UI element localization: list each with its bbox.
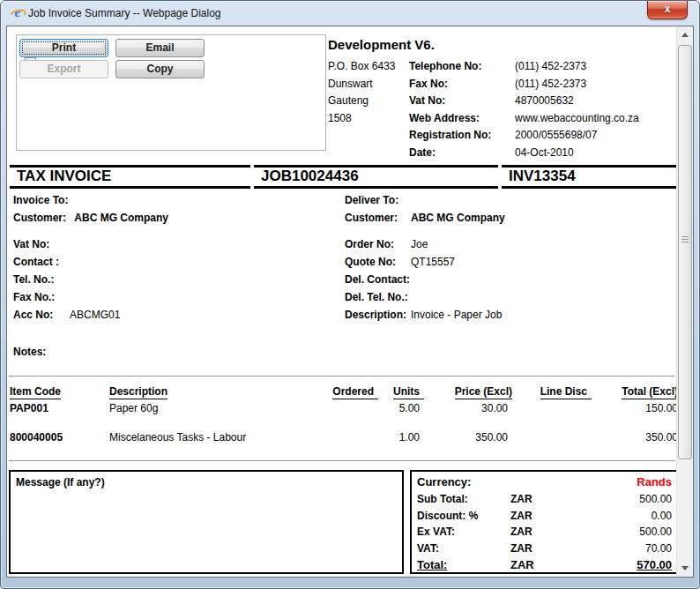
totals-summary-box: Currency: Rands Sub Total: ZAR 500.00 Di…	[410, 470, 676, 574]
ex-vat-row: Ex VAT: ZAR 500.00	[417, 524, 672, 541]
print-button[interactable]: Print	[19, 39, 108, 57]
price-excl-cell: 350.00	[442, 431, 508, 444]
divider	[9, 376, 675, 377]
del-contact-label: Del. Contact:	[345, 273, 410, 286]
email-button[interactable]: Email	[115, 39, 205, 57]
acc-no-value: ABCMG01	[70, 309, 120, 321]
tel-no-label: Tel. No.:	[13, 273, 54, 286]
total-excl-cell: 350.00	[599, 431, 676, 444]
units-cell: 5.00	[374, 402, 420, 414]
subtotal-row: Sub Total: ZAR 500.00	[417, 491, 672, 508]
scrollbar-thumb[interactable]	[678, 45, 692, 459]
invoice-to-title: Invoice To:	[13, 194, 68, 206]
contact-label: Contact :	[13, 256, 59, 268]
address-line: P.O. Box 6433	[328, 58, 396, 76]
vertical-scrollbar[interactable]	[676, 26, 693, 577]
field-value: 4870005632	[515, 93, 639, 110]
col-header-line-disc: Line Disc	[521, 385, 592, 399]
col-header-total-excl: Total (Excl)	[599, 385, 676, 399]
discount-row: Discount: % ZAR 0.00	[417, 508, 672, 525]
description-cell: Paper 60g	[109, 402, 158, 414]
del-tel-no-label: Del. Tel. No.:	[345, 291, 408, 303]
thumb-grip-icon	[681, 236, 689, 244]
col-header-ordered: Ordered	[312, 385, 378, 399]
dialog-client-area: Print Email Export Copy Development V6. …	[6, 26, 694, 578]
currency-value: Rands	[599, 474, 672, 491]
company-detail-labels: Telephone No: Fax No: Vat No: Web Addres…	[409, 58, 491, 161]
field-label: Vat No:	[409, 93, 491, 110]
total-row: Total: ZAR 570.00	[417, 557, 672, 574]
chevron-up-icon	[681, 33, 689, 37]
job-number-header: JOB10024436	[254, 165, 498, 189]
export-button[interactable]: Export	[19, 60, 108, 78]
field-value: 2000/0555698/07	[515, 127, 639, 145]
divider	[9, 460, 675, 461]
description-label: Description:	[345, 309, 406, 321]
chevron-down-icon	[681, 566, 689, 570]
customer-value: ABC MG Company	[411, 212, 505, 224]
company-detail-values: (011) 452-2373 (011) 452-2373 4870005632…	[515, 58, 639, 161]
internet-explorer-icon: e	[10, 4, 26, 20]
order-no-value: Joe	[411, 238, 428, 250]
currency-row: Currency: Rands	[417, 474, 672, 491]
field-value: (011) 452-2373	[515, 58, 639, 76]
company-address: P.O. Box 6433 Dunswart Gauteng 1508	[328, 58, 396, 127]
price-excl-cell: 30.00	[442, 402, 508, 414]
quote-no-label: Quote No:	[345, 256, 396, 268]
col-header-item-code: Item Code	[10, 385, 61, 399]
deliver-to-title: Deliver To:	[345, 194, 398, 206]
item-code-cell: 800040005	[10, 431, 63, 444]
invoice-page: Print Email Export Copy Development V6. …	[7, 26, 676, 577]
col-header-description: Description	[109, 385, 168, 399]
field-value: (011) 452-2373	[515, 76, 639, 93]
col-header-price-excl: Price (Excl)	[442, 385, 512, 399]
field-label: Telephone No:	[409, 58, 491, 76]
close-icon: x	[665, 3, 671, 15]
vat-row: VAT: ZAR 70.00	[417, 541, 672, 557]
units-cell: 1.00	[374, 431, 420, 444]
customer-label: Customer:	[345, 212, 398, 224]
close-button[interactable]: x	[647, 1, 688, 19]
field-value: 04-Oct-2010	[515, 145, 639, 162]
copy-button[interactable]: Copy	[115, 60, 205, 78]
customer-label: Customer:	[13, 212, 66, 224]
message-label: Message (If any?)	[16, 476, 105, 488]
message-box: Message (If any?)	[9, 470, 404, 574]
field-label: Fax No:	[409, 76, 491, 93]
field-label: Web Address:	[409, 110, 491, 128]
order-no-label: Order No:	[345, 238, 394, 250]
acc-no-label: Acc No:	[13, 309, 53, 321]
notes-label: Notes:	[13, 346, 46, 358]
scroll-down-button[interactable]	[678, 561, 693, 576]
vat-no-label: Vat No:	[13, 238, 49, 250]
description-cell: Miscelaneous Tasks - Labour	[109, 431, 246, 444]
invoice-number-header: INV13354	[502, 165, 676, 189]
total-excl-cell: 150.00	[599, 402, 676, 414]
scroll-up-button[interactable]	[678, 27, 693, 42]
quote-no-value: QT15557	[411, 256, 455, 268]
document-type-header: TAX INVOICE	[10, 165, 250, 189]
title-bar[interactable]: e Job Invoice Summary -- Webpage Dialog …	[1, 1, 699, 26]
address-line: 1508	[328, 110, 396, 128]
description-value: Invoice - Paper Job	[411, 309, 502, 321]
currency-label: Currency:	[417, 474, 510, 491]
address-line: Gauteng	[328, 93, 396, 110]
field-value: www.webaccounting.co.za	[515, 110, 639, 128]
field-label: Registration No:	[409, 127, 491, 145]
field-label: Date:	[409, 145, 491, 162]
item-code-cell: PAP001	[10, 402, 48, 414]
window-title: Job Invoice Summary -- Webpage Dialog	[28, 7, 221, 19]
actions-panel: Print Email Export Copy	[16, 34, 326, 151]
col-header-units: Units	[374, 385, 424, 399]
customer-value: ABC MG Company	[74, 212, 168, 224]
company-name: Development V6.	[328, 37, 435, 52]
address-line: Dunswart	[328, 76, 396, 93]
fax-no-label: Fax No.:	[13, 291, 55, 303]
dialog-window: e Job Invoice Summary -- Webpage Dialog …	[0, 0, 700, 589]
